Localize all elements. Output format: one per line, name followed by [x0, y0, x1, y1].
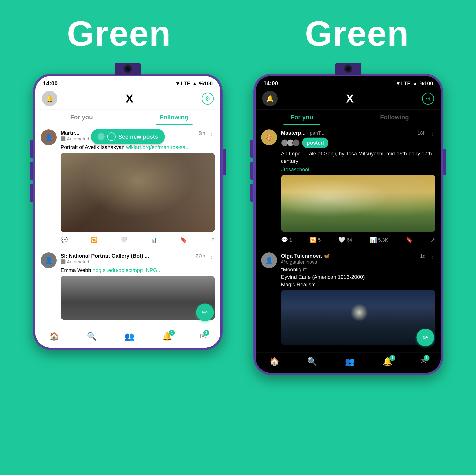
posted-avatar-3 [292, 139, 300, 147]
left-tweet1-image [61, 153, 215, 232]
retweet-button[interactable]: 🔁 [91, 237, 98, 243]
right-retweet-icon: 🔁 [310, 237, 317, 243]
right-nav-home[interactable]: 🏠 [270, 357, 279, 366]
home-icon: 🏠 [49, 332, 59, 341]
left-tweet2-image [61, 276, 215, 320]
right-reply-btn[interactable]: 💬 1 [281, 237, 292, 243]
left-tweet2-auto-label: Automated [67, 259, 89, 265]
right-bookmark-btn[interactable]: 🔖 [406, 237, 413, 243]
left-tweet2-body: Emma Webb [61, 267, 91, 273]
right-avatar-icon: 🔔 [266, 95, 274, 102]
share-icon: ↗ [210, 237, 215, 243]
left-tweet2-avatar[interactable]: 👤 [41, 252, 57, 268]
right-gear-glyph: ⚙ [425, 95, 431, 102]
left-phone-camera [123, 64, 132, 73]
right-like-btn[interactable]: 🤍 64 [338, 237, 352, 243]
left-bottom-nav: 🏠 🔍 👥 🔔 1 ✉ 1 [35, 327, 220, 348]
left-user-avatar[interactable]: 🔔 [42, 91, 57, 106]
reply-button[interactable]: 💬 [61, 237, 68, 243]
right-like-count: 64 [347, 237, 352, 243]
bookmark-button[interactable]: 🔖 [180, 237, 187, 243]
left-tweet1-menu[interactable]: ⋮ [207, 129, 215, 137]
right-retweet-btn[interactable]: 🔁 5 [310, 237, 321, 243]
right-settings-icon[interactable]: ⚙ [422, 93, 434, 105]
left-tweet2-time: 27m [196, 253, 205, 259]
left-wifi-icon: ▾ [176, 81, 179, 87]
right-like-icon: 🤍 [338, 237, 345, 243]
share-button[interactable]: ↗ [210, 237, 215, 243]
right-nav-messages[interactable]: ✉ 1 [420, 357, 427, 366]
people-icon: 👥 [124, 332, 135, 341]
like-button[interactable]: 🤍 [120, 237, 127, 243]
right-tweet2-line1: "Moonlight" [281, 266, 435, 273]
left-signal-label: LTE [181, 81, 190, 87]
left-tweet2-link[interactable]: npg.si.edu/object/npg_NPG... [93, 267, 162, 273]
right-views-btn[interactable]: 📊 5.3K [370, 237, 388, 243]
views-icon: 📊 [150, 237, 157, 243]
posted-label: posted [306, 140, 324, 146]
right-tweet2-avatar[interactable]: 👤 [261, 252, 277, 268]
left-tab-following[interactable]: Following [128, 110, 220, 125]
right-tweet1-name-text: Masterp... [281, 130, 306, 136]
left-tweet1-automated: Automated [61, 136, 89, 141]
right-status-bar: 14:00 ▾ LTE ▲ %100 [256, 76, 441, 89]
right-tweet1-menu[interactable]: ⋮ [427, 129, 435, 137]
japanese-painting [281, 175, 435, 232]
right-nav-notifications[interactable]: 🔔 1 [383, 357, 392, 366]
right-tweet2-butterfly: 🦋 [323, 253, 330, 259]
right-fab[interactable]: ✏ [416, 329, 434, 346]
right-notification-badge: 1 [389, 355, 395, 361]
right-tweet1-avatar[interactable]: 🎨 [261, 129, 277, 145]
left-nav-messages[interactable]: ✉ 1 [200, 332, 206, 341]
views-button[interactable]: 📊 [150, 237, 157, 243]
right-camera-lens [346, 67, 350, 71]
left-tweet-2: 👤 SI: National Portrait Gallery (Bot) ..… [35, 248, 220, 327]
right-wifi-icon: ▾ [397, 81, 399, 87]
left-phone-body: 14:00 ▾ LTE ▲ %100 🔔 X ⚙ [35, 76, 220, 348]
right-nav-search[interactable]: 🔍 [307, 357, 317, 366]
right-tweet2-name-text: Olga Tuleninova [281, 253, 322, 259]
left-signal-bars-icon: ▲ [192, 81, 197, 87]
left-settings-icon[interactable]: ⚙ [202, 93, 214, 105]
right-tweet2-menu[interactable]: ⋮ [427, 252, 435, 260]
left-nav-search[interactable]: 🔍 [87, 332, 97, 341]
left-tweet1-link[interactable]: wikiart.org/en/martiros-sa... [126, 144, 190, 150]
left-tab-foryou[interactable]: For you [35, 110, 128, 125]
new-posts-avatars [107, 133, 116, 141]
left-nav-notifications[interactable]: 🔔 1 [162, 332, 172, 341]
left-tweet2-content: SI: National Portrait Gallery (Bot) ... … [61, 252, 215, 322]
like-icon: 🤍 [120, 237, 127, 243]
left-fab[interactable]: ✏ [196, 304, 214, 321]
right-nav-people[interactable]: 👥 [345, 357, 355, 366]
left-gear-glyph: ⚙ [205, 95, 210, 102]
left-battery: %100 [199, 81, 213, 87]
right-bottom-nav: 🏠 🔍 👥 🔔 1 ✉ 1 [256, 352, 441, 373]
left-tweet1-content: Martir... Automated 5m ⋮ [61, 129, 215, 243]
right-signal-label: LTE [401, 81, 411, 87]
right-phone-frame: 14:00 ▾ LTE ▲ %100 🔔 X ⚙ [254, 74, 443, 375]
right-signal-bars-icon: ▲ [412, 81, 418, 87]
left-nav-people[interactable]: 👥 [124, 332, 135, 341]
automated-icon [61, 136, 66, 141]
left-tweet2-text: Emma Webb npg.si.edu/object/npg_NPG... [61, 267, 215, 274]
right-tweet1-hashtag[interactable]: #tosaschool [281, 166, 435, 173]
right-tweet1-actions: 💬 1 🔁 5 🤍 64 [281, 235, 435, 243]
left-tweet2-menu[interactable]: ⋮ [207, 252, 215, 260]
right-tweet2-line2: Eyvind Earle (American,1916-2000) [281, 273, 435, 281]
left-app-header: 🔔 X ⚙ [35, 89, 220, 110]
left-nav-home[interactable]: 🏠 [49, 332, 59, 341]
left-tweet1-avatar[interactable]: 👤 [41, 129, 57, 145]
right-share-btn[interactable]: ↗ [430, 237, 435, 243]
new-posts-button[interactable]: ↑ See new posts [91, 129, 165, 144]
portrait-painting [61, 153, 215, 232]
left-phone-frame: 14:00 ▾ LTE ▲ %100 🔔 X ⚙ [33, 74, 222, 350]
left-tweet1-body: Portrait of Avetik Isahakyan [61, 144, 124, 150]
left-tweet1-text: Portrait of Avetik Isahakyan wikiart.org… [61, 143, 215, 151]
right-tab-following[interactable]: Following [348, 110, 441, 125]
search-icon: 🔍 [87, 332, 97, 341]
right-tab-foryou[interactable]: For you [256, 110, 348, 125]
right-user-avatar[interactable]: 🔔 [262, 91, 278, 106]
left-time: 14:00 [43, 80, 58, 87]
right-tweet-2: 👤 Olga Tuleninova 🦋 @olgatuleninova [256, 248, 441, 352]
right-tabs: For you Following [256, 110, 441, 125]
